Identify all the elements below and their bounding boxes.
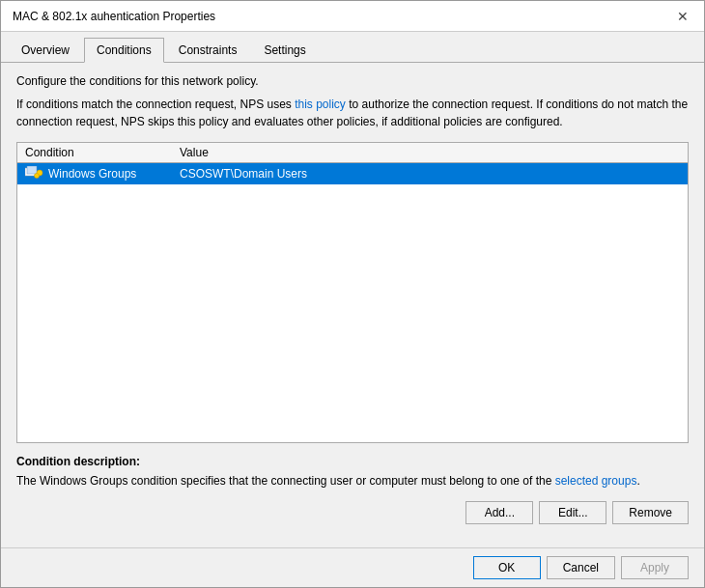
add-button[interactable]: Add...: [465, 501, 533, 524]
info-text: If conditions match the connection reque…: [16, 96, 689, 130]
cancel-button[interactable]: Cancel: [547, 556, 615, 579]
row-value-value: CSOSWT\Domain Users: [180, 167, 680, 181]
tab-conditions[interactable]: Conditions: [84, 38, 164, 63]
col-header-value: Value: [180, 146, 680, 159]
close-button[interactable]: ✕: [673, 7, 692, 26]
condition-description-section: Condition description: The Windows Group…: [16, 455, 689, 490]
table-header: Condition Value: [17, 143, 688, 163]
table-body: Windows Groups CSOSWT\Domain Users: [17, 163, 688, 184]
condition-description-label: Condition description:: [16, 455, 689, 468]
policy-link[interactable]: this policy: [295, 98, 346, 111]
row-condition-value: Windows Groups: [48, 167, 180, 181]
remove-button[interactable]: Remove: [612, 501, 689, 524]
main-content: Configure the conditions for this networ…: [1, 63, 704, 547]
action-buttons: Add... Edit... Remove: [16, 501, 689, 524]
svg-rect-1: [27, 166, 37, 174]
title-bar: MAC & 802.1x auhentication Properties ✕: [1, 1, 704, 32]
tab-constraints[interactable]: Constraints: [166, 38, 250, 62]
selected-groups-link[interactable]: selected groups: [555, 474, 637, 488]
table-row[interactable]: Windows Groups CSOSWT\Domain Users: [17, 163, 688, 184]
conditions-table: Condition Value Windows Groups CSOSWT\Do…: [16, 142, 689, 443]
dialog-title: MAC & 802.1x auhentication Properties: [13, 10, 215, 23]
tab-settings[interactable]: Settings: [251, 38, 318, 62]
tab-bar: Overview Conditions Constraints Settings: [1, 32, 704, 63]
condition-description-text: The Windows Groups condition specifies t…: [16, 472, 689, 490]
dialog-window: MAC & 802.1x auhentication Properties ✕ …: [0, 0, 705, 588]
windows-groups-icon: [25, 166, 44, 182]
svg-point-3: [35, 174, 40, 179]
tab-overview[interactable]: Overview: [9, 38, 82, 62]
configure-description: Configure the conditions for this networ…: [16, 74, 689, 88]
ok-button[interactable]: OK: [473, 556, 541, 579]
col-header-condition: Condition: [25, 146, 180, 159]
edit-button[interactable]: Edit...: [539, 501, 606, 524]
bottom-bar: OK Cancel Apply: [1, 547, 704, 587]
apply-button: Apply: [621, 556, 689, 579]
